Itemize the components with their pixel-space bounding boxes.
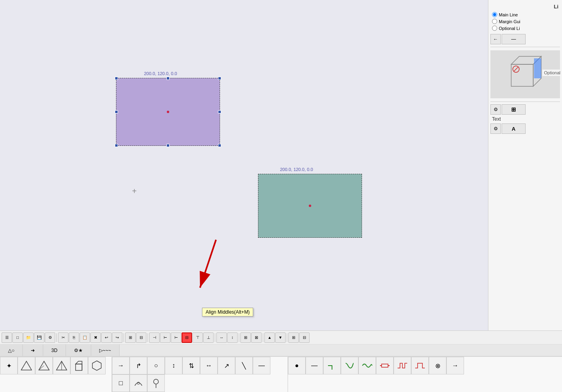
handle-bl[interactable] <box>115 144 118 147</box>
tb-send-back[interactable]: ▼ <box>275 332 286 343</box>
sep7 <box>287 333 287 342</box>
shape-corner-wire[interactable] <box>323 357 341 374</box>
tab-arrows[interactable]: ➜ <box>23 344 43 356</box>
tb-grid[interactable]: ⊞ <box>125 332 136 343</box>
handle-mr[interactable] <box>218 110 221 113</box>
radio-optional-line[interactable]: Optional Li <box>490 25 560 32</box>
tb-copy[interactable]: ⎘ <box>69 332 79 343</box>
shape-tri-2[interactable] <box>35 357 53 374</box>
tb-paste[interactable]: 📋 <box>80 332 90 343</box>
rect-purple[interactable] <box>116 78 220 146</box>
tb-undo[interactable]: ↩ <box>101 332 112 343</box>
sep4 <box>215 333 215 342</box>
handle-tl[interactable] <box>115 77 118 80</box>
main-area: 200.0, 120.0, 0.0 200.0, 120.0, 0.0 + Al… <box>0 0 562 330</box>
tb-save[interactable]: 💾 <box>34 332 44 343</box>
svg-line-6 <box>514 67 518 71</box>
tb-delete[interactable]: ✖ <box>90 332 101 343</box>
svg-rect-2 <box>511 64 533 86</box>
panel-tools-row: ⚙ ⊞ <box>490 103 560 115</box>
tb-dist-h[interactable]: ↔ <box>216 332 227 343</box>
handle-br[interactable] <box>218 144 221 147</box>
tb-extra1[interactable]: ⊞ <box>288 332 299 343</box>
align-middles-tooltip: Align Middles(Alt+M) <box>202 308 253 316</box>
panel-dash-btn[interactable]: — <box>502 34 526 44</box>
shape-arrow-right[interactable]: → <box>112 357 130 374</box>
tb-dist-v[interactable]: ↕ <box>227 332 238 343</box>
shape-wave[interactable] <box>358 357 376 374</box>
tab-settings[interactable]: ⚙★ <box>66 344 91 356</box>
tb-settings[interactable]: ⚙ <box>45 332 55 343</box>
shape-horiz-line[interactable]: — <box>253 357 270 374</box>
panel-settings-btn[interactable]: ⚙ <box>490 104 501 115</box>
radio-main-line-label: Main Line <box>499 12 518 17</box>
panel-text-format-btn[interactable]: A <box>502 123 526 134</box>
panel-text-settings-btn[interactable]: ⚙ <box>490 123 501 134</box>
shape-arrow-corner[interactable]: ↱ <box>130 357 147 374</box>
tb-new[interactable]: □ <box>12 332 23 343</box>
tb-bring-front[interactable]: ▲ <box>264 332 275 343</box>
tb-align-middles[interactable]: ⊟ <box>182 332 192 343</box>
tb-cut[interactable]: ✂ <box>58 332 68 343</box>
canvas-area[interactable]: 200.0, 120.0, 0.0 200.0, 120.0, 0.0 + Al… <box>0 0 488 330</box>
shape-vert-both[interactable]: ↕ <box>165 357 182 374</box>
tb-menu[interactable]: ☰ <box>2 332 12 343</box>
rect-teal[interactable] <box>258 174 362 238</box>
handle-bm[interactable] <box>166 144 170 147</box>
arrow-indicator <box>184 236 232 300</box>
panel-back-btn[interactable]: ← <box>490 34 501 44</box>
tb-group[interactable]: ⊞ <box>240 332 251 343</box>
tb-align-center-h[interactable]: ⊢ <box>160 332 170 343</box>
shape-dot[interactable]: ● <box>288 357 306 374</box>
tb-redo[interactable]: ↪ <box>112 332 122 343</box>
tb-align-left[interactable]: ⊣ <box>149 332 160 343</box>
sep2 <box>124 333 124 342</box>
tb-extra2[interactable]: ⊟ <box>299 332 310 343</box>
shape-rect[interactable]: □ <box>112 374 130 392</box>
radio-margin-guide-label: Margin Gui <box>499 19 520 24</box>
panel-text-label: Text <box>490 115 560 123</box>
shape-move[interactable]: ✦ <box>0 357 18 374</box>
panel-divider-2 <box>490 101 560 102</box>
shape-tri-3[interactable] <box>53 357 70 374</box>
shape-cube[interactable] <box>70 357 88 374</box>
shape-tri[interactable] <box>18 357 35 374</box>
handle-tr[interactable] <box>218 77 221 80</box>
coords-label-1: 200.0, 120.0, 0.0 <box>144 71 177 76</box>
shape-pulse[interactable] <box>394 357 411 374</box>
tb-align-top[interactable]: ⊤ <box>192 332 203 343</box>
panel-grid-btn[interactable]: ⊞ <box>502 104 526 115</box>
crosshair: + <box>132 187 137 195</box>
handle-ml[interactable] <box>115 110 118 113</box>
shape-arc2[interactable] <box>130 374 147 392</box>
radio-main-line[interactable]: Main Line <box>490 11 560 18</box>
shape-line[interactable]: ╲ <box>235 357 253 374</box>
tb-align-bottom[interactable]: ⊥ <box>203 332 214 343</box>
svg-rect-7 <box>534 58 541 78</box>
svg-line-10 <box>39 366 44 370</box>
shape-horiz-both[interactable]: ↔ <box>200 357 218 374</box>
svg-marker-8 <box>21 361 32 370</box>
shape-pulse2[interactable] <box>411 357 429 374</box>
shape-arrow-end[interactable]: → <box>446 357 464 374</box>
sep1 <box>56 333 57 342</box>
tab-shapes[interactable]: △○ <box>0 344 23 356</box>
shape-diag[interactable]: ↗ <box>218 357 235 374</box>
tb-snap[interactable]: ⊟ <box>136 332 146 343</box>
tab-sequence[interactable]: ▷~~~ <box>91 344 120 356</box>
shape-s-wire[interactable] <box>341 357 358 374</box>
shape-arc[interactable]: ○ <box>147 357 165 374</box>
center-dot-purple <box>167 111 169 113</box>
tab-3d[interactable]: 3D <box>43 344 66 356</box>
shape-circle-cross[interactable]: ⊗ <box>429 357 446 374</box>
handle-tm[interactable] <box>166 77 170 80</box>
tb-align-right[interactable]: ⊢ <box>171 332 181 343</box>
shape-wire[interactable]: — <box>306 357 323 374</box>
shape-vert-split[interactable]: ⇅ <box>182 357 200 374</box>
tb-ungroup[interactable]: ⊠ <box>251 332 262 343</box>
shape-hex[interactable] <box>88 357 106 374</box>
tb-open[interactable]: 📁 <box>23 332 34 343</box>
shape-pin[interactable] <box>147 374 165 392</box>
radio-margin-guide[interactable]: Margin Gui <box>490 18 560 25</box>
shape-resist[interactable] <box>376 357 394 374</box>
